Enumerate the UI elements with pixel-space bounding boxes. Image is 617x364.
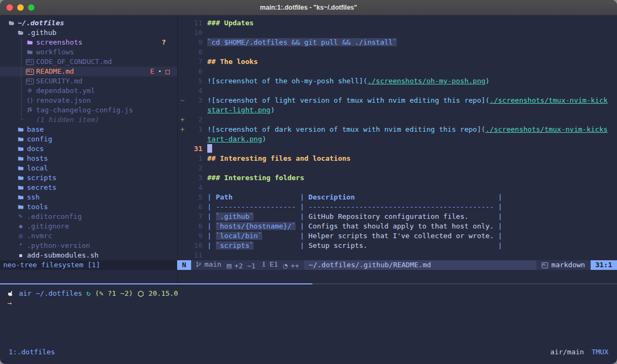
line-text [207,115,617,125]
text-segment-img: ) [486,77,490,85]
line-number: 4 [188,183,202,192]
text-segment-desc: GitHub Repository configuration files. [308,212,468,220]
tree-item-config[interactable]: config [0,134,177,144]
tree-item--python-version[interactable]: *.python-version [0,241,177,251]
tree-item-label: renovate.json [36,96,91,105]
zoom-button[interactable] [28,4,34,11]
text-segment-pipe: | [296,232,308,240]
minimize-button[interactable] [17,4,24,11]
editor-line[interactable]: +2 [178,115,617,125]
text-segment-pipe: | [207,193,216,201]
editor-line[interactable]: 4 [178,183,617,192]
tmux-window-label[interactable]: 1:.dotfiles [9,347,55,357]
tree-item-renovate-json[interactable]: {}renovate.json [0,96,177,105]
line-number: 8 [188,222,202,231]
tree-item-docs[interactable]: docs [0,144,177,154]
editor-line[interactable]: 9`cd $HOME/.dotfiles && git pull && ./in… [178,38,617,47]
folder-open-icon [8,20,16,26]
tree-item-screenshots[interactable]: screenshots? [0,38,177,47]
line-number: 3 [188,173,202,183]
text-segment-desc: Helper scripts that I've collected or wr… [308,232,494,240]
prompt-segment: 20.15.0 [149,289,178,298]
editor-line[interactable]: +1![screenshot of dark version of tmux w… [178,125,617,134]
tree-item-hosts[interactable]: hosts [0,154,177,163]
tree-item-security-md[interactable]: M↓SECURITY.md [0,76,177,86]
sign-column [178,144,188,154]
editor-line[interactable]: 5| Path | Description | [178,192,617,202]
sign-column [178,192,188,202]
line-number: 2 [188,163,202,173]
shell-pane[interactable]: air~/.dotfiles↻(✎ ?1 ~2)20.15.0 → [0,284,617,347]
tree-item-workflows[interactable]: workflows [0,47,177,57]
text-segment-pipe: | [296,212,308,220]
editor-line[interactable]: 9| `local/bin` | Helper scripts that I'v… [178,231,617,241]
branch-icon [195,261,202,268]
tree-item-label: dependabot.yml [36,86,95,96]
tree-item-code-of-conduct-md[interactable]: M↓CODE_OF_CONDUCT.md [0,57,177,67]
tree-item-scripts[interactable]: scripts [0,173,177,183]
prompt-segment: ~/.dotfiles [36,289,82,298]
tree-item--nvmrc[interactable]: ◎.nvmrc [0,231,177,241]
line-text: | `scripts` | Setup scripts. | [207,241,617,251]
tree-item-add-submodules-sh[interactable]: ▪add-submodules.sh [0,251,177,260]
editor-line[interactable]: 2 [178,163,617,173]
tree-item-secrets[interactable]: secrets [0,183,177,192]
editor-line[interactable]: ~3![screenshot of light version of tmux … [178,96,617,105]
tree-item-label: .python-version [27,241,90,251]
tree-item-tag-changelog-config-js[interactable]: JStag-changelog-config.js [0,105,177,115]
editor-line[interactable]: 10| `scripts` | Setup scripts. | [178,241,617,251]
editor-line[interactable]: 10 [178,28,617,38]
editor-cursor [207,144,212,153]
neo-tree-sidebar[interactable]: ~/.dotfiles.githubscreenshots?workflowsM… [0,15,178,283]
text-segment-code: `.github` [216,212,254,220]
tree-item--github[interactable]: .github [0,28,177,38]
status-marker: • [158,67,162,76]
tree-item--1-hidden-item-[interactable]: (1 hidden item) [0,115,177,125]
editor-line[interactable]: 31 [178,144,617,154]
editor-line[interactable]: 8| `hosts/{hostname}/` | Configs that sh… [178,222,617,231]
editor-line[interactable]: 11 [178,251,617,260]
nvim-pane: ~/.dotfiles.githubscreenshots?workflowsM… [0,15,617,283]
editor-line[interactable]: 3### Interesting folders [178,173,617,183]
text-segment-url: ./screenshots/tmux-nvim-kick [489,96,607,104]
editor-line[interactable]: 8 [178,47,617,57]
text-segment-pipe: | [207,241,216,249]
tree-item-local[interactable]: local [0,163,177,173]
tree-item-dependabot-yml[interactable]: ⚙dependabot.yml [0,86,177,96]
editor-line[interactable]: 1## Interesting files and locations [178,154,617,163]
editor-line[interactable]: start-light.png) [178,105,617,115]
editor-line[interactable]: 6| ------------------- | ---------------… [178,202,617,212]
line-number: 7 [188,57,202,67]
file-status-markers: E•□ [150,67,170,76]
tree-item-ssh[interactable]: ssh [0,192,177,202]
editor-line[interactable]: 4 [178,86,617,96]
editor-line[interactable]: 7## The looks [178,57,617,67]
tree-item--editorconfig[interactable]: ✎.editorconfig [0,212,177,222]
titlebar[interactable]: main:1:.dotfiles - "ks~/.dotfiles" [0,0,617,15]
editor-line[interactable]: 5![screenshot of the oh-my-posh shell](.… [178,76,617,86]
editor-line[interactable]: 7| `.github` | GitHub Repository configu… [178,212,617,222]
tree-indent-guide [21,38,24,120]
line-number: 8 [188,47,202,57]
tree-item-tools[interactable]: tools [0,202,177,212]
text-segment-pipe: | [207,222,216,230]
editor-line[interactable]: 6 [178,67,617,76]
tree-item-label: scripts [27,173,57,183]
line-text [207,183,617,192]
tree-item--dotfiles[interactable]: ~/.dotfiles [0,18,177,28]
prompt-arrow[interactable]: → [0,298,617,308]
folder-icon [17,204,25,210]
line-text [207,47,617,57]
editor[interactable]: 11### Updates 10 9`cd $HOME/.dotfiles &&… [178,15,617,260]
line-text [207,86,617,96]
editor-line[interactable]: tart-dark.png) [178,134,617,144]
neo-tree-statusline-label: neo-tree filesystem [1] [3,261,100,269]
window-title: main:1:.dotfiles - "ks~/.dotfiles" [260,3,357,12]
tree-item-label: tag-changelog-config.js [36,105,133,115]
tree-item--gitignore[interactable]: ◆.gitignore [0,222,177,231]
close-button[interactable] [6,4,13,11]
editor-line[interactable]: 11### Updates [178,18,617,28]
tree-item-base[interactable]: base [0,125,177,134]
folder-icon [17,194,25,201]
tree-item-readme-md[interactable]: M↓README.mdE•□ [0,67,177,76]
